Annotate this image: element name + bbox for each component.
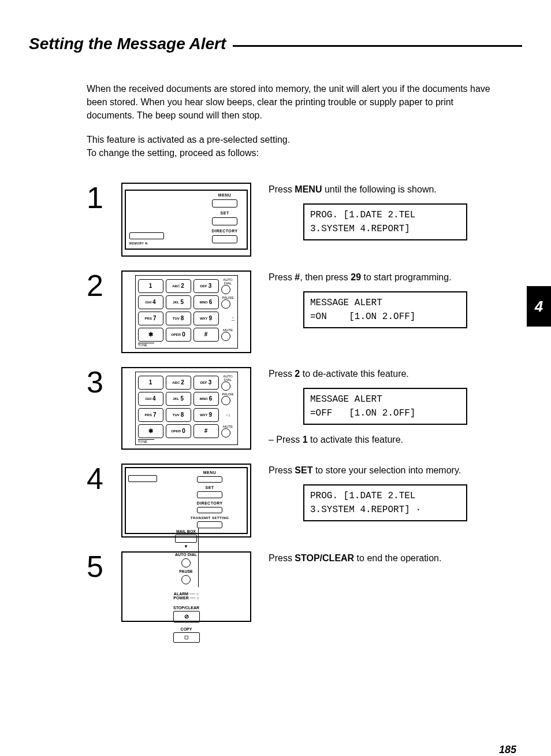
- step-number: 1: [87, 183, 121, 213]
- manual-page: Setting the Message Alert When the recei…: [0, 0, 551, 756]
- key-9: WXY9: [193, 312, 219, 325]
- menu-button-icon: [212, 199, 237, 207]
- intro-paragraph-2: This feature is activated as a pre-selec…: [87, 133, 499, 160]
- key-hash: #: [193, 328, 219, 342]
- key-star: ✱: [138, 328, 163, 342]
- lcd-display: PROG. [1.DATE 2.TEL 3.SYSTEM 4.REPORT]: [303, 203, 467, 240]
- step-5: 5 MAIL BOX ▼ AUTO DIAL PAUSE ALARM ── ○ …: [87, 551, 522, 622]
- step-3: 3 1 ABC2 DEF3 AUTO DIAL GHI4 JKL5 MNO6 P…: [87, 367, 522, 450]
- key-8: TUV8: [166, 312, 191, 325]
- step-body: Press #, then press 29 to start programm…: [269, 270, 522, 333]
- set-button-icon: [212, 217, 237, 225]
- steps-list: 1 MEMORY % MENU SET DIRECTORY: [87, 183, 522, 622]
- key-6: MNO6: [193, 295, 219, 309]
- diagram-keypad: 1 ABC2 DEF3 AUTO DIAL GHI4 JKL5 MNO6 PAU…: [121, 367, 251, 450]
- directory-button-icon: [212, 235, 237, 243]
- menu-label: MENU: [218, 193, 232, 197]
- page-number: 185: [499, 744, 516, 756]
- set-label: SET: [221, 211, 229, 215]
- lcd-display: PROG. [1.DATE 2.TEL 3.SYSTEM 4.REPORT] ·: [303, 484, 467, 521]
- lcd-display: MESSAGE ALERT =ON [1.ON 2.OFF]: [303, 291, 467, 328]
- title-rule: [233, 45, 522, 47]
- lcd-display: MESSAGE ALERT =OFF [1.ON 2.OFF]: [303, 388, 467, 425]
- key-3: DEF3: [193, 279, 219, 293]
- step-number: 4: [87, 464, 121, 494]
- pause-icon: [221, 299, 230, 309]
- key-2: ABC2: [166, 279, 191, 293]
- step-number: 3: [87, 367, 121, 397]
- diagram-keypad: 1 ABC2 DEF3 AUTO DIAL GHI4 JKL5 MNO6 PAU…: [121, 270, 251, 353]
- step-2: 2 1 ABC2 DEF3 AUTO DIAL GHI4 JKL5 MNO6 P…: [87, 270, 522, 353]
- directory-label: DIRECTORY: [211, 229, 237, 233]
- diagram-stop-panel: MAIL BOX ▼ AUTO DIAL PAUSE ALARM ── ○ PO…: [121, 551, 251, 622]
- key-1: 1: [138, 279, 163, 293]
- page-title: Setting the Message Alert: [29, 35, 226, 53]
- diagram-set-panel: MENU SET DIRECTORY TRANSMIT SETTING: [121, 464, 251, 538]
- step-body: Press STOP/CLEAR to end the operation.: [269, 551, 522, 565]
- tone-label: TONE: [138, 343, 154, 347]
- key-4: GHI4: [138, 295, 163, 309]
- diagram-menu-panel: MEMORY % MENU SET DIRECTORY: [121, 183, 251, 257]
- step-number: 5: [87, 551, 121, 581]
- key-5: JKL5: [166, 295, 191, 309]
- key-7: PRS7: [138, 312, 163, 325]
- title-row: Setting the Message Alert: [29, 35, 522, 53]
- step-body: Press 2 to de-activate this feature. MES…: [269, 367, 522, 447]
- autodial-icon: [221, 285, 230, 294]
- intro-text: When the received documents are stored i…: [87, 82, 499, 160]
- key-0: OPER0: [166, 328, 191, 342]
- step-4: 4 MENU SET DIRECTORY TRANSMIT SETTING: [87, 464, 522, 538]
- intro-paragraph-1: When the received documents are stored i…: [87, 82, 499, 123]
- step-number: 2: [87, 270, 121, 301]
- mute-icon: [221, 332, 230, 341]
- memory-indicator: [129, 232, 164, 239]
- step-body: Press MENU until the following is shown.…: [269, 183, 522, 245]
- step-1: 1 MEMORY % MENU SET DIRECTORY: [87, 183, 522, 257]
- step-body: Press SET to store your selection into m…: [269, 464, 522, 526]
- chapter-tab: 4: [527, 286, 551, 327]
